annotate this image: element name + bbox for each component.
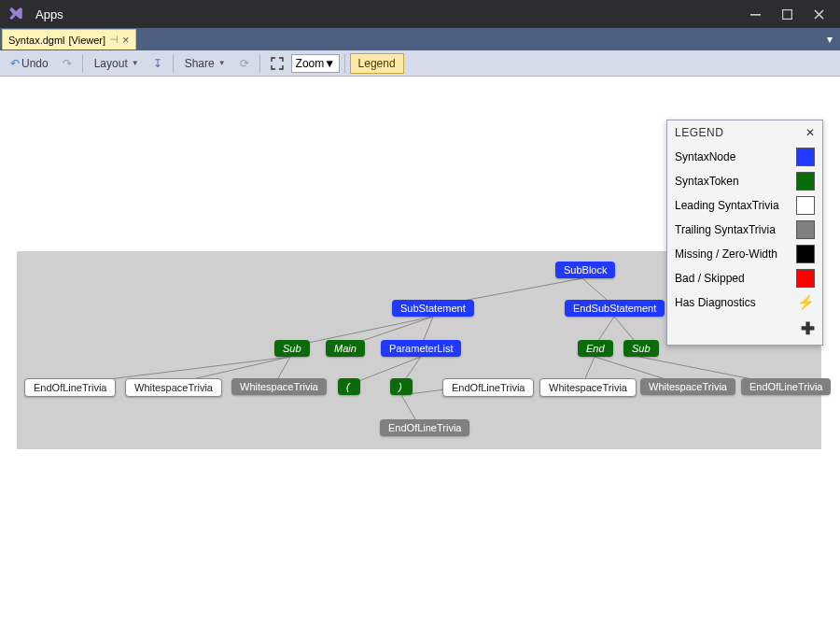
chevron-down-icon: ▼	[218, 59, 226, 67]
graph-node[interactable]: EndOfLineTrivia	[442, 378, 534, 397]
close-button[interactable]	[803, 0, 834, 28]
graph-node[interactable]: Sub	[623, 340, 659, 357]
svg-rect-1	[782, 9, 791, 19]
legend-color-swatch	[796, 172, 815, 191]
graph-node[interactable]: EndOfLineTrivia	[24, 378, 116, 397]
share-dropdown[interactable]: Share ▼	[178, 53, 232, 74]
legend-color-swatch	[796, 148, 815, 166]
legend-row[interactable]: Missing / Zero-Width	[675, 242, 815, 266]
window-title: Apps	[35, 7, 63, 21]
undo-label: Undo	[21, 57, 49, 70]
legend-item-label: Has Diagnostics	[675, 296, 756, 309]
document-tab[interactable]: Syntax.dgml [Viewer] ⊣ ×	[2, 29, 136, 49]
layout-direction-button[interactable]: ↧	[147, 53, 168, 74]
legend-label: Legend	[358, 57, 396, 70]
share-label: Share	[185, 57, 215, 70]
refresh-button[interactable]: ⟳	[234, 53, 255, 74]
legend-item-label: SyntaxToken	[675, 175, 739, 188]
layout-label: Layout	[94, 57, 128, 70]
legend-title: LEGEND	[675, 126, 723, 139]
legend-row[interactable]: Leading SyntaxTrivia	[675, 193, 815, 218]
layout-dropdown[interactable]: Layout ▼	[88, 53, 146, 74]
graph-node[interactable]: Main	[326, 340, 365, 357]
document-tab-strip: Syntax.dgml [Viewer] ⊣ × ▾	[0, 28, 840, 50]
legend-color-swatch	[796, 269, 815, 288]
document-filename: Syntax.dgml	[8, 35, 65, 46]
svg-rect-0	[750, 14, 761, 16]
legend-color-swatch	[796, 245, 815, 263]
maximize-button[interactable]	[771, 0, 803, 28]
legend-row[interactable]: Has Diagnostics⚡	[675, 290, 815, 315]
chevron-down-icon: ▼	[324, 57, 335, 70]
chevron-down-icon: ▼	[132, 59, 139, 67]
graph-node[interactable]: EndOfLineTrivia	[380, 419, 469, 436]
fit-to-screen-button[interactable]	[265, 53, 289, 74]
legend-color-swatch	[796, 220, 815, 239]
graph-node[interactable]: ParameterList	[381, 340, 461, 357]
legend-panel: LEGEND ✕ SyntaxNodeSyntaxTokenLeading Sy…	[666, 120, 823, 346]
undo-icon: ↶	[10, 57, 20, 70]
document-mode: [Viewer]	[69, 35, 106, 46]
legend-item-label: SyntaxNode	[675, 150, 735, 163]
toolbar: ↶ Undo ↷ Layout ▼ ↧ Share ▼ ⟳ Zoom ▼ Leg…	[0, 50, 840, 77]
graph-node[interactable]: EndOfLineTrivia	[741, 378, 831, 395]
legend-color-swatch	[796, 196, 815, 215]
legend-item-label: Bad / Skipped	[675, 272, 745, 285]
tab-overflow-dropdown[interactable]: ▾	[819, 33, 840, 46]
redo-button[interactable]: ↷	[57, 53, 77, 74]
zoom-label: Zoom	[296, 57, 325, 70]
graph-node[interactable]: WhitespaceTrivia	[640, 378, 735, 395]
legend-item-label: Missing / Zero-Width	[675, 247, 777, 261]
graph-node[interactable]: Sub	[274, 340, 310, 357]
minimize-button[interactable]	[739, 0, 771, 28]
app-logo-icon	[6, 4, 26, 24]
graph-node[interactable]: SubBlock	[555, 262, 615, 278]
close-tab-icon[interactable]: ×	[122, 34, 130, 46]
legend-item-label: Leading SyntaxTrivia	[675, 199, 779, 212]
pin-tab-icon[interactable]: ⊣	[109, 34, 119, 46]
legend-close-icon[interactable]: ✕	[805, 126, 816, 139]
graph-node[interactable]: WhitespaceTrivia	[125, 378, 222, 397]
zoom-combobox[interactable]: Zoom ▼	[291, 54, 340, 73]
diagram-canvas[interactable]: SubBlockSubStatementEndSubStatementSubMa…	[0, 77, 840, 622]
legend-toggle-button[interactable]: Legend	[350, 53, 404, 74]
graph-node[interactable]: EndSubStatement	[565, 300, 665, 317]
graph-node[interactable]: End	[578, 340, 613, 357]
legend-row[interactable]: SyntaxToken	[675, 169, 815, 193]
graph-node[interactable]: (	[338, 378, 360, 395]
undo-button[interactable]: ↶ Undo	[4, 53, 55, 74]
legend-row[interactable]: Bad / Skipped	[675, 266, 815, 290]
legend-add-button[interactable]: ✚	[675, 318, 815, 339]
title-bar: Apps	[0, 0, 840, 28]
legend-row[interactable]: Trailing SyntaxTrivia	[675, 218, 815, 242]
graph-node[interactable]: WhitespaceTrivia	[539, 378, 637, 397]
legend-row[interactable]: SyntaxNode	[675, 145, 815, 169]
diagnostics-icon: ⚡	[797, 294, 815, 311]
graph-node[interactable]: SubStatement	[392, 300, 474, 317]
legend-item-label: Trailing SyntaxTrivia	[675, 223, 776, 236]
graph-node[interactable]: )	[390, 378, 413, 395]
graph-node[interactable]: WhitespaceTrivia	[231, 378, 327, 395]
